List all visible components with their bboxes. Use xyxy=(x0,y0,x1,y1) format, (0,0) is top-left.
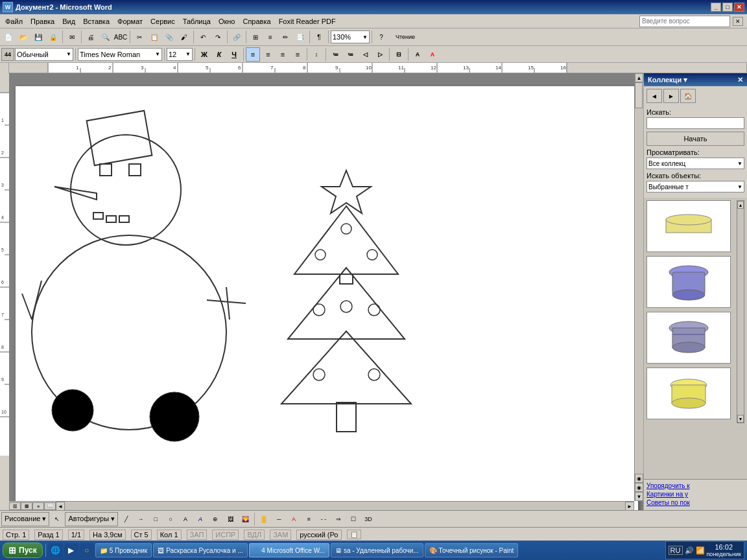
scroll-down-button[interactable]: ▼ xyxy=(635,492,643,501)
view-reading-button[interactable]: 📖 xyxy=(44,502,56,510)
align-left-button[interactable]: ≡ xyxy=(246,47,260,62)
font-color-draw-button[interactable]: A xyxy=(287,512,301,526)
panel-header[interactable]: Коллекци ▾ ✕ xyxy=(644,73,747,86)
panel-forward-button[interactable]: ► xyxy=(663,89,679,103)
size-dropdown[interactable]: 12 ▼ xyxy=(167,48,193,61)
diagram-button[interactable]: ⊕ xyxy=(208,512,222,526)
panel-link-2[interactable]: Картинки на у xyxy=(646,491,744,498)
thumbnail-4[interactable] xyxy=(646,368,731,419)
question-input[interactable] xyxy=(639,16,730,27)
zoom-dropdown[interactable]: 130% ▼ xyxy=(331,30,370,43)
wordart-button[interactable]: A xyxy=(193,512,208,526)
show-format-button[interactable]: ¶ xyxy=(312,30,326,44)
menu-format[interactable]: Формат xyxy=(113,16,147,27)
scroll-thumb-v[interactable] xyxy=(635,82,643,108)
drawing-dropdown[interactable]: Рисование ▾ xyxy=(1,512,49,526)
horizontal-scrollbar[interactable]: ▥ ▦ ≡ 📖 ◄ ► xyxy=(9,501,634,510)
arrow-style-button[interactable]: ⇒ xyxy=(331,512,346,526)
menu-help[interactable]: Справка xyxy=(239,16,274,27)
borders-button[interactable]: ⊟ xyxy=(392,47,406,62)
menu-window[interactable]: Окно xyxy=(215,16,239,27)
menu-insert[interactable]: Вставка xyxy=(79,16,113,27)
fill-color-button[interactable]: ▓ xyxy=(257,512,271,526)
quick-media-button[interactable]: ▶ xyxy=(64,543,78,557)
rect-tool-button[interactable]: □ xyxy=(148,512,163,526)
thumb-scroll-up[interactable]: ▲ xyxy=(737,201,744,209)
line-tool-button[interactable]: ╱ xyxy=(119,512,133,526)
panel-close-icon[interactable]: ✕ xyxy=(737,76,743,84)
scroll-right-button[interactable]: ► xyxy=(625,502,634,510)
paste-button[interactable]: 📎 xyxy=(162,30,176,44)
draw-select-button[interactable]: ↖ xyxy=(50,512,64,526)
justify-button[interactable]: ≡ xyxy=(290,47,305,62)
shadow-button[interactable]: ☐ xyxy=(346,512,361,526)
undo-button[interactable]: ↶ xyxy=(196,30,210,44)
clipart-button[interactable]: 🖼 xyxy=(223,512,237,526)
bullet-list-button[interactable]: ≔ xyxy=(328,47,342,62)
menu-foxit[interactable]: Foxit Reader PDF xyxy=(275,16,340,27)
scroll-up-button[interactable]: ▲ xyxy=(635,73,643,82)
align-center-button[interactable]: ≡ xyxy=(261,47,275,62)
line-color-button[interactable]: ─ xyxy=(272,512,286,526)
font-dropdown[interactable]: Times New Roman ▼ xyxy=(78,48,162,61)
docmap-button[interactable]: 📑 xyxy=(293,30,307,44)
help-close-button[interactable]: ✕ xyxy=(733,17,743,26)
thumb-scroll-down[interactable]: ▼ xyxy=(737,415,744,423)
scroll-select-down[interactable]: ◉ xyxy=(635,483,643,492)
menu-file[interactable]: Файл xyxy=(1,16,27,27)
open-button[interactable]: 📂 xyxy=(16,30,30,44)
decrease-indent-button[interactable]: ◁ xyxy=(358,47,372,62)
image-button[interactable]: 🌄 xyxy=(238,512,252,526)
print-button[interactable]: 🖨 xyxy=(84,30,98,44)
start-button[interactable]: ⊞ Пуск xyxy=(3,542,43,558)
print-preview-button[interactable]: 🔍 xyxy=(99,30,113,44)
line-spacing-button[interactable]: ↕ xyxy=(309,47,324,62)
close-button[interactable]: ✕ xyxy=(734,3,744,12)
taskbar-explorer[interactable]: 📁 5 Проводник xyxy=(95,543,152,557)
quick-ie-button[interactable]: 🌐 xyxy=(49,543,63,557)
thumbnail-1[interactable] xyxy=(646,200,731,252)
cut-button[interactable]: ✂ xyxy=(132,30,147,44)
panel-link-3[interactable]: Советы по пок xyxy=(646,499,744,506)
table-button[interactable]: ⊞ xyxy=(248,30,263,44)
lang-indicator[interactable]: RU xyxy=(669,546,683,555)
taskbar-remote[interactable]: 🖥 sa - Удаленный рабочи... xyxy=(331,543,423,557)
3d-button[interactable]: 3D xyxy=(361,512,375,526)
menu-edit[interactable]: Правка xyxy=(27,16,58,27)
highlight-button[interactable]: A xyxy=(410,47,425,62)
columns-button[interactable]: ≡ xyxy=(263,30,278,44)
autoshapes-dropdown[interactable]: Автофигуры ▾ xyxy=(65,512,118,526)
vertical-scrollbar[interactable]: ▲ ◉ ◉ ▼ xyxy=(634,73,643,501)
spell-button[interactable]: ABC xyxy=(113,30,128,44)
taskbar-word[interactable]: W 4 Microsoft Office W... xyxy=(249,543,329,557)
search-button[interactable]: Начать xyxy=(646,132,744,146)
align-right-button[interactable]: ≡ xyxy=(276,47,290,62)
panel-link-1[interactable]: Упорядочить к xyxy=(646,482,744,489)
taskbar-rusalochka[interactable]: 🖼 Раскраска Русалочка и ... xyxy=(153,543,248,557)
format-painter-button[interactable]: 🖌 xyxy=(177,30,191,44)
scroll-select-up[interactable]: ◉ xyxy=(635,474,643,483)
textbox-tool-button[interactable]: A xyxy=(178,512,193,526)
search-field[interactable] xyxy=(646,117,744,129)
permissions-button[interactable]: 🔒 xyxy=(46,30,60,44)
line-style-button[interactable]: ≡ xyxy=(302,512,316,526)
menu-service[interactable]: Сервис xyxy=(147,16,179,27)
view-normal-button[interactable]: ▥ xyxy=(9,502,21,510)
thumbnail-scrollbar[interactable]: ▲ ▼ xyxy=(737,200,744,423)
arrow-tool-button[interactable]: → xyxy=(134,512,148,526)
menu-view[interactable]: Вид xyxy=(58,16,79,27)
reading-button[interactable]: Чтение xyxy=(389,30,421,44)
panel-home-button[interactable]: 🏠 xyxy=(680,89,696,103)
copy-button[interactable]: 📋 xyxy=(147,30,161,44)
font-color-button[interactable]: A xyxy=(425,47,440,62)
drawing-button[interactable]: ✏ xyxy=(278,30,292,44)
underline-button[interactable]: Ч xyxy=(227,47,241,62)
new-button[interactable]: 📄 xyxy=(1,30,16,44)
help-button[interactable]: ? xyxy=(374,30,388,44)
save-button[interactable]: 💾 xyxy=(31,30,45,44)
minimize-button[interactable]: _ xyxy=(711,3,721,12)
bold-button[interactable]: Ж xyxy=(197,47,211,62)
panel-back-button[interactable]: ◄ xyxy=(646,89,662,103)
view-layout-button[interactable]: ▦ xyxy=(21,502,32,510)
number-list-button[interactable]: ≔ xyxy=(343,47,357,62)
